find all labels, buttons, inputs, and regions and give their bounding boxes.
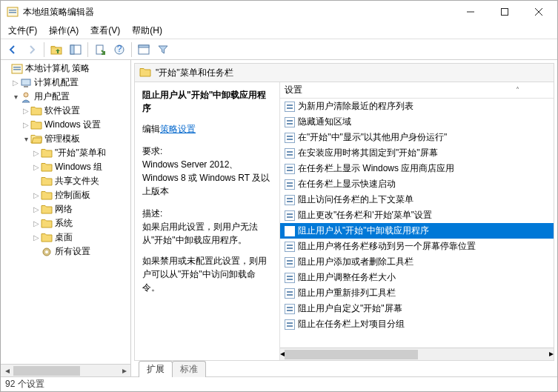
scroll-thumb[interactable]	[13, 366, 80, 376]
sort-caret-icon[interactable]: ˄	[516, 86, 519, 94]
settings-item-label: 阻止更改"任务栏和'开始'菜单"设置	[298, 209, 432, 222]
settings-item-label: 在安装应用时将其固定到"开始"屏幕	[298, 147, 438, 159]
settings-item[interactable]: 阻止访问任务栏的上下文菜单	[280, 192, 554, 207]
tree-admin-templates[interactable]: ▾ 管理模板	[1, 132, 130, 146]
content-row: 阻止用户从"开始"中卸载应用程序 编辑策略设置 要求: Windows Serv…	[134, 82, 554, 360]
edit-label: 编辑	[142, 124, 160, 134]
separator	[131, 42, 132, 57]
scroll-left-icon[interactable]: ◂	[1, 365, 13, 376]
minimize-button[interactable]	[454, 1, 488, 23]
tree-label: 管理模板	[44, 133, 80, 145]
scroll-right-icon[interactable]: ▸	[549, 348, 554, 360]
tree-shared-folders[interactable]: 共享文件夹	[1, 174, 130, 188]
caret-icon[interactable]: ▷	[21, 107, 30, 115]
menu-view[interactable]: 查看(V)	[86, 23, 124, 39]
settings-item[interactable]: 阻止用户将任务栏移动到另一个屏幕停靠位置	[280, 239, 554, 254]
settings-item-label: 阻止用户重新排列工具栏	[298, 287, 396, 299]
properties-button[interactable]	[135, 41, 153, 59]
caret-icon[interactable]: ▷	[11, 79, 20, 87]
svg-point-20	[24, 93, 28, 97]
tree-network[interactable]: ▷ 网络	[1, 202, 130, 216]
settings-item[interactable]: 在任务栏上显示快速启动	[280, 176, 554, 192]
caret-icon[interactable]: ▷	[32, 205, 41, 213]
tree-label: 计算机配置	[34, 76, 79, 89]
settings-item[interactable]: 阻止在任务栏上对项目分组	[280, 316, 554, 332]
svg-rect-10	[96, 45, 103, 54]
tree-system[interactable]: ▷ 系统	[1, 216, 130, 230]
settings-item[interactable]: 在"开始"中"显示"以其他用户身份运行"	[280, 130, 554, 145]
description-label: 描述:	[142, 207, 272, 220]
policy-item-icon	[285, 133, 295, 143]
policy-item-icon	[285, 319, 295, 330]
back-button[interactable]	[4, 41, 21, 59]
caret-icon[interactable]: ▷	[21, 121, 30, 129]
filter-button[interactable]	[154, 41, 172, 59]
folder-icon	[41, 204, 53, 216]
section-title: "开始"菜单和任务栏	[156, 67, 233, 79]
scroll-right-icon[interactable]: ▸	[118, 365, 130, 376]
tree-user-config[interactable]: ▾ 用户配置	[1, 90, 130, 104]
tree-software-settings[interactable]: ▷ 软件设置	[1, 104, 130, 118]
scroll-thumb[interactable]	[285, 350, 418, 359]
settings-item[interactable]: 阻止用户自定义"开始"屏幕	[280, 301, 554, 316]
settings-item[interactable]: 在任务栏上显示 Windows 应用商店应用	[280, 161, 554, 176]
settings-item[interactable]: 在安装应用时将其固定到"开始"屏幕	[280, 145, 554, 161]
folder-open-icon	[30, 133, 42, 145]
tree-desktop[interactable]: ▷ 桌面	[1, 230, 130, 245]
export-list-button[interactable]	[91, 41, 109, 59]
policy-item-icon	[285, 179, 295, 190]
policy-item-icon	[285, 164, 295, 174]
settings-item[interactable]: 阻止用户添加或者删除工具栏	[280, 254, 554, 270]
caret-icon[interactable]: ▾	[11, 93, 20, 101]
tab-standard[interactable]: 标准	[172, 361, 206, 377]
tree-scrollbar[interactable]: ◂ ▸	[1, 364, 130, 376]
status-text: 92 个设置	[5, 378, 44, 391]
settings-item[interactable]: 为新用户清除最近的程序列表	[280, 99, 554, 114]
settings-item[interactable]: 阻止用户从"开始"中卸载应用程序	[280, 223, 554, 239]
caret-icon[interactable]: ▷	[32, 219, 41, 227]
settings-header[interactable]: 设置 ˄	[280, 82, 554, 99]
policy-item-icon	[285, 210, 295, 221]
settings-item[interactable]: 阻止更改"任务栏和'开始'菜单"设置	[280, 207, 554, 223]
requirements-text: Windows Server 2012、Windows 8 或 Windows …	[142, 158, 272, 198]
user-icon	[20, 91, 32, 103]
tree-all-settings[interactable]: 所有设置	[1, 245, 130, 259]
section-header: "开始"菜单和任务栏	[134, 63, 554, 82]
menu-action[interactable]: 操作(A)	[44, 23, 83, 39]
settings-item[interactable]: 阻止用户调整任务栏大小	[280, 270, 554, 285]
maximize-button[interactable]	[488, 1, 522, 23]
caret-icon[interactable]: ▷	[32, 233, 41, 242]
folder-icon	[41, 162, 53, 173]
caret-icon[interactable]: ▷	[32, 191, 41, 199]
svg-rect-19	[24, 86, 28, 87]
tree-start-taskbar[interactable]: ▷ "开始"菜单和	[1, 146, 130, 160]
tree-root[interactable]: 本地计算机 策略	[1, 62, 130, 76]
show-hide-tree-button[interactable]	[67, 41, 84, 59]
forward-button[interactable]	[23, 41, 41, 59]
settings-scrollbar[interactable]: ◂ ▸	[280, 348, 554, 360]
tree-control-panel[interactable]: ▷ 控制面板	[1, 188, 130, 202]
settings-item[interactable]: 阻止用户重新排列工具栏	[280, 285, 554, 301]
caret-icon[interactable]: ▷	[32, 163, 41, 171]
tree-label: 共享文件夹	[55, 175, 99, 187]
edit-policy-link[interactable]: 策略设置	[160, 124, 196, 134]
settings-item-label: 阻止用户从"开始"中卸载应用程序	[298, 225, 429, 237]
tree-computer-config[interactable]: ▷ 计算机配置	[1, 76, 130, 90]
tree-windows-settings[interactable]: ▷ Windows 设置	[1, 118, 130, 132]
caret-icon[interactable]: ▷	[32, 149, 41, 157]
help-button[interactable]: ?	[110, 41, 128, 59]
close-button[interactable]	[522, 1, 556, 23]
settings-list[interactable]: 为新用户清除最近的程序列表隐藏通知区域在"开始"中"显示"以其他用户身份运行"在…	[280, 99, 554, 348]
menu-file[interactable]: 文件(F)	[4, 23, 41, 39]
tab-extended[interactable]: 扩展	[139, 361, 173, 377]
up-folder-button[interactable]	[47, 41, 65, 59]
folder-icon	[41, 218, 53, 230]
caret-icon[interactable]: ▾	[21, 135, 30, 143]
titlebar: 本地组策略编辑器	[1, 1, 557, 23]
tree-windows-components[interactable]: ▷ Windows 组	[1, 160, 130, 174]
tree-pane: 本地计算机 策略 ▷ 计算机配置 ▾ 用户配置 ▷ 软件设置 ▷ Windows…	[1, 60, 131, 376]
svg-text:?: ?	[117, 44, 122, 54]
settings-item[interactable]: 隐藏通知区域	[280, 114, 554, 130]
menu-help[interactable]: 帮助(H)	[127, 23, 167, 39]
tree[interactable]: 本地计算机 策略 ▷ 计算机配置 ▾ 用户配置 ▷ 软件设置 ▷ Windows…	[1, 60, 130, 364]
